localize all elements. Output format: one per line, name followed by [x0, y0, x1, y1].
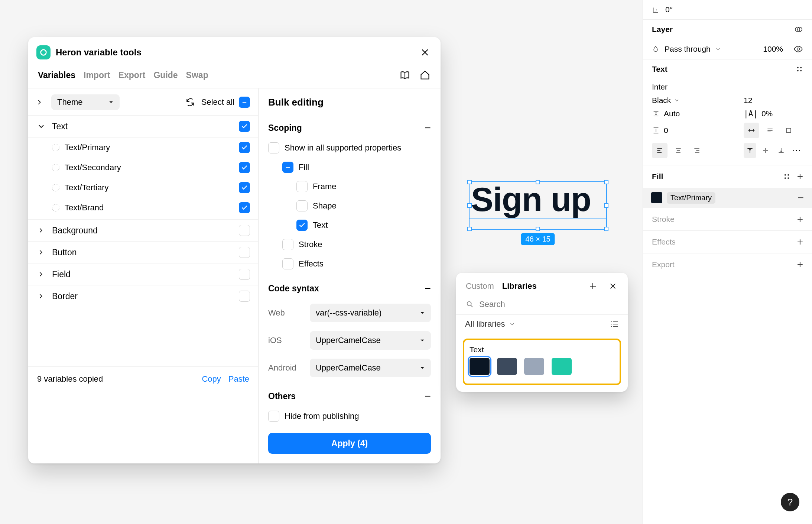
group-background[interactable]: Background	[28, 220, 258, 242]
var-text-brand[interactable]: Text/Brand	[28, 198, 258, 220]
book-icon[interactable]	[399, 69, 411, 81]
align-center-icon[interactable]	[670, 143, 686, 158]
chevron-right-icon[interactable]	[36, 99, 47, 105]
collapse-icon[interactable]: −	[424, 390, 431, 402]
align-right-icon[interactable]	[689, 143, 705, 158]
var-checkbox[interactable]	[239, 162, 250, 173]
font-weight[interactable]: Black	[652, 96, 671, 105]
copy-button[interactable]: Copy	[202, 374, 221, 384]
style-icon[interactable]	[783, 173, 790, 180]
add-export-icon[interactable]: +	[797, 259, 803, 271]
apply-button[interactable]: Apply (4)	[268, 433, 431, 454]
canvas-selection[interactable]: Sign up 46 × 15	[469, 181, 607, 230]
help-button[interactable]: ?	[781, 493, 799, 511]
fixed-size-icon[interactable]	[781, 123, 796, 138]
group-checkbox[interactable]	[239, 269, 250, 280]
paste-button[interactable]: Paste	[228, 374, 249, 384]
select-all-checkbox[interactable]	[239, 97, 250, 108]
checkbox-stroke[interactable]	[282, 239, 293, 250]
group-checkbox[interactable]	[239, 225, 250, 236]
valign-bottom-icon[interactable]	[775, 143, 787, 158]
group-text[interactable]: Text	[28, 116, 258, 138]
paragraph-spacing-value[interactable]: 0	[664, 126, 668, 135]
more-icon[interactable]: ⋯	[790, 145, 803, 156]
theme-dropdown[interactable]: Theme	[51, 94, 120, 110]
blend-value: Pass through	[665, 45, 711, 54]
refresh-icon[interactable]	[184, 96, 196, 108]
swatch-secondary[interactable]	[497, 358, 517, 375]
resize-handle[interactable]	[467, 203, 472, 208]
checkbox[interactable]	[268, 142, 279, 153]
resize-handle[interactable]	[467, 180, 472, 184]
checkbox-fill[interactable]	[282, 162, 293, 173]
group-text-checkbox[interactable]	[239, 121, 250, 132]
style-icon[interactable]	[796, 65, 803, 73]
all-libraries-row[interactable]: All libraries	[456, 315, 628, 333]
var-checkbox[interactable]	[239, 142, 250, 153]
tab-import[interactable]: Import	[84, 70, 110, 80]
fill-swatch[interactable]	[651, 192, 662, 203]
checkbox-hide[interactable]	[268, 411, 279, 422]
autowidth-icon[interactable]	[744, 123, 759, 138]
group-border[interactable]: Border	[28, 285, 258, 307]
font-size[interactable]: 12	[744, 96, 752, 105]
valign-top-icon[interactable]	[744, 143, 756, 158]
checkbox-text[interactable]	[296, 220, 308, 231]
group-checkbox[interactable]	[239, 247, 250, 258]
tab-libraries[interactable]: Libraries	[502, 281, 537, 291]
remove-fill-icon[interactable]: −	[797, 191, 804, 204]
layer-blend-row[interactable]: Pass through 100%	[643, 39, 812, 59]
collapse-icon[interactable]: −	[424, 282, 431, 295]
swatch-tertiary[interactable]	[524, 358, 544, 375]
swatch-primary[interactable]	[470, 358, 490, 375]
tab-guide[interactable]: Guide	[153, 70, 178, 80]
swatch-brand[interactable]	[552, 358, 572, 375]
tab-export[interactable]: Export	[118, 70, 146, 80]
home-icon[interactable]	[419, 69, 431, 81]
var-text-primary[interactable]: Text/Primary	[28, 138, 258, 158]
checkbox-frame[interactable]	[296, 181, 308, 192]
checkbox-shape[interactable]	[296, 200, 308, 211]
collapse-icon[interactable]: −	[424, 122, 431, 134]
var-checkbox[interactable]	[239, 182, 250, 193]
resize-handle[interactable]	[604, 203, 608, 208]
tab-custom[interactable]: Custom	[466, 281, 494, 291]
code-web-select[interactable]: var(--css-variable)	[310, 304, 431, 322]
checkbox-effects[interactable]	[282, 258, 293, 269]
resize-handle[interactable]	[604, 180, 608, 184]
opacity-value[interactable]: 100%	[763, 45, 783, 54]
autoheight-icon[interactable]	[762, 123, 778, 138]
close-icon[interactable]	[607, 280, 619, 292]
rotation-row[interactable]: 0°	[643, 0, 812, 20]
group-field[interactable]: Field	[28, 263, 258, 285]
group-button[interactable]: Button	[28, 242, 258, 263]
var-text-tertiary[interactable]: Text/Tertiary	[28, 178, 258, 198]
tab-variables[interactable]: Variables	[38, 70, 75, 80]
add-stroke-icon[interactable]: +	[797, 213, 803, 225]
align-left-icon[interactable]	[652, 143, 668, 158]
lineheight-value[interactable]: Auto	[664, 109, 680, 118]
letterspacing-value[interactable]: 0%	[761, 109, 773, 118]
add-fill-icon[interactable]: +	[797, 171, 803, 182]
search-input[interactable]	[479, 300, 619, 309]
add-effect-icon[interactable]: +	[797, 236, 803, 248]
code-ios-select[interactable]: UpperCamelCase	[310, 331, 431, 350]
resize-handle[interactable]	[536, 180, 540, 184]
valign-middle-icon[interactable]	[759, 143, 772, 158]
search-row[interactable]	[456, 298, 628, 314]
font-family[interactable]: Inter	[652, 83, 668, 91]
resize-handle[interactable]	[536, 227, 540, 231]
blend-mode-icon[interactable]	[794, 25, 803, 34]
resize-handle[interactable]	[467, 227, 472, 231]
fill-row[interactable]: Text/Primary −	[643, 188, 812, 208]
var-text-secondary[interactable]: Text/Secondary	[28, 158, 258, 178]
var-checkbox[interactable]	[239, 202, 250, 213]
tab-swap[interactable]: Swap	[186, 70, 208, 80]
eye-icon[interactable]	[793, 44, 803, 54]
close-button[interactable]	[420, 47, 430, 58]
resize-handle[interactable]	[604, 227, 608, 231]
add-icon[interactable]	[587, 280, 599, 292]
list-icon[interactable]	[610, 320, 619, 329]
group-checkbox[interactable]	[239, 291, 250, 302]
code-android-select[interactable]: UpperCamelCase	[310, 359, 431, 377]
